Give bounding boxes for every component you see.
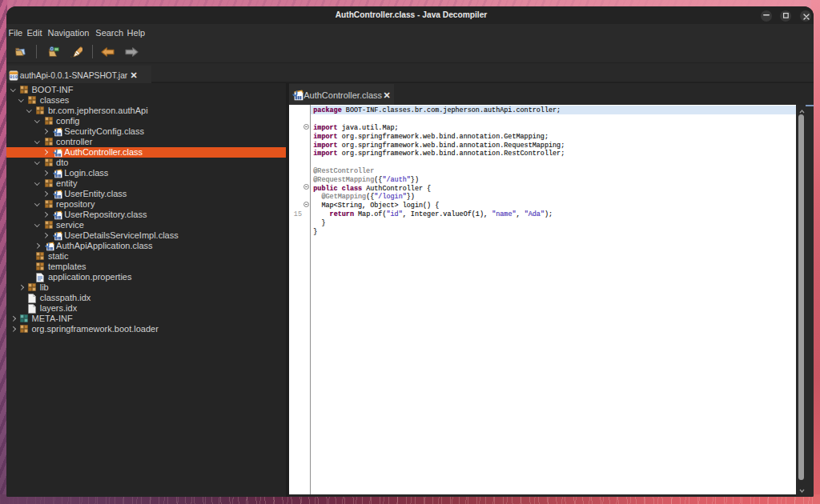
svg-text:010: 010 xyxy=(10,74,18,80)
